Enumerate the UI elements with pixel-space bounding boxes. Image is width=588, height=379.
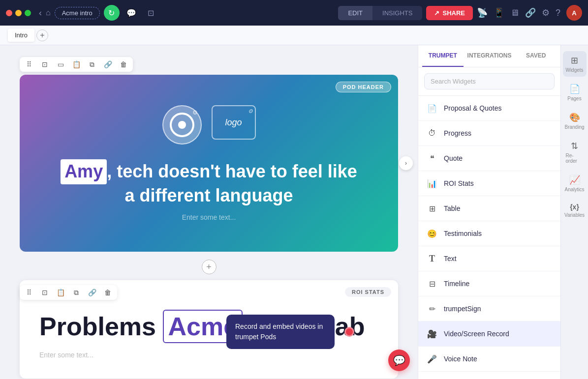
desktop-icon[interactable]: 🖥	[510, 8, 519, 18]
widget-trumpet-sign[interactable]: ✏ trumpetSign	[418, 296, 560, 321]
canvas-area: ⠿ ⊡ ▭ 📋 ⧉ 🔗 🗑 POD HEADER ⚙ ⚙	[0, 45, 418, 379]
drag-icon[interactable]: ⠿	[24, 59, 34, 70]
add-circle-icon[interactable]: +	[202, 260, 217, 274]
widgets-nav-icon: ⊞	[571, 55, 578, 66]
layout-icon[interactable]: ⊡	[39, 59, 50, 70]
logo-circle-inner	[170, 113, 194, 137]
right-nav: ⊞ Widgets 📄 Pages 🎨 Branding ⇅ Re-order …	[560, 45, 588, 379]
trumpet-sign-icon: ✏	[426, 303, 438, 315]
widget-proposal[interactable]: 📄 Proposal & Quotes	[418, 96, 560, 121]
video-tooltip: Record and embed videos in trumpet Pods	[226, 315, 335, 349]
logo-box: ⚙ logo	[212, 105, 256, 140]
add-block-button-1[interactable]: +	[20, 256, 398, 278]
branding-nav-icon: 🎨	[569, 112, 580, 123]
close-button[interactable]	[6, 10, 12, 16]
hero-title: Amy, tech doesn't have to feel like	[61, 159, 357, 184]
right-nav-pages[interactable]: 📄 Pages	[563, 80, 587, 105]
right-chevron[interactable]: ›	[399, 156, 413, 170]
pod-header-badge: POD HEADER	[336, 82, 391, 92]
gear-icon: ⚙	[192, 109, 198, 116]
hero-pod-wrapper: ⠿ ⊡ ▭ 📋 ⧉ 🔗 🗑 POD HEADER ⚙ ⚙	[20, 75, 398, 252]
radio-icon[interactable]: 📡	[477, 7, 488, 18]
hero-name-highlight: Amy	[61, 159, 107, 184]
main-area: ⠿ ⊡ ▭ 📋 ⧉ 🔗 🗑 POD HEADER ⚙ ⚙	[0, 45, 588, 379]
duplicate-icon-2[interactable]: ⧉	[71, 287, 82, 298]
right-nav-reorder[interactable]: ⇅ Re-order	[563, 137, 587, 168]
text-icon: T	[426, 253, 438, 264]
help-icon[interactable]: ?	[556, 8, 560, 18]
widget-quote[interactable]: ❝ Quote	[418, 146, 560, 171]
video-icon: 🎥	[426, 328, 438, 340]
pod-toolbar-1: ⠿ ⊡ ▭ 📋 ⧉ 🔗 🗑	[20, 57, 133, 72]
hero-enter-text[interactable]: Enter some text...	[182, 213, 236, 221]
link-icon-2[interactable]: 🔗	[87, 287, 97, 298]
quote-icon: ❝	[426, 152, 438, 164]
tab-intro[interactable]: Intro	[8, 29, 34, 42]
square-button[interactable]: ⊡	[143, 5, 159, 21]
copy-icon-2[interactable]: 📋	[55, 287, 66, 298]
avatar[interactable]: A	[566, 5, 582, 21]
minimize-button[interactable]	[15, 10, 22, 16]
roi-pod-wrapper: ⠿ ⊡ 📋 ⧉ 🔗 🗑 ROI STATS Problems Acme is p…	[20, 280, 398, 379]
hero-pod: POD HEADER ⚙ ⚙ logo Amy, tech doesn't ha…	[20, 75, 398, 252]
refresh-button[interactable]: ↻	[104, 5, 120, 21]
maximize-button[interactable]	[25, 10, 31, 16]
edit-insights-group: EDIT INSIGHTS	[338, 6, 422, 20]
sidebar-tabs: TRUMPET INTEGRATIONS SAVED	[418, 45, 560, 67]
widget-list: 📄 Proposal & Quotes ⏱ Progress ❝ Quote 📊…	[418, 96, 560, 379]
delete-icon[interactable]: 🗑	[118, 59, 129, 70]
add-tab-button[interactable]: +	[36, 29, 48, 41]
search-box	[418, 67, 560, 96]
pages-nav-icon: 📄	[569, 84, 580, 94]
hero-title-2: a different language	[61, 184, 357, 207]
table-icon: ⊞	[426, 203, 438, 214]
roi-icon: 📊	[426, 177, 438, 189]
testimonials-icon: 😊	[426, 228, 438, 239]
tab-trumpet[interactable]: TRUMPET	[422, 45, 464, 67]
chat-button[interactable]: 💬	[124, 5, 139, 21]
insights-button[interactable]: INSIGHTS	[372, 6, 422, 20]
widget-timeline[interactable]: ⊟ Timeline	[418, 271, 560, 296]
right-nav-analytics[interactable]: 📈 Analytics	[563, 171, 587, 196]
right-nav-variables[interactable]: {x} Variables	[563, 199, 587, 222]
widget-roi[interactable]: 📊 ROI Stats	[418, 171, 560, 196]
search-input[interactable]	[424, 73, 555, 89]
roi-badge: ROI STATS	[345, 287, 391, 297]
chat-bubble[interactable]: 💬	[388, 350, 410, 371]
widget-testimonials[interactable]: 😊 Testimonials	[418, 221, 560, 246]
link-icon[interactable]: 🔗	[525, 7, 536, 18]
widget-table[interactable]: ⊞ Table	[418, 196, 560, 221]
reorder-nav-icon: ⇅	[571, 141, 578, 151]
right-nav-branding[interactable]: 🎨 Branding	[563, 108, 587, 134]
share-icon: ↗	[434, 9, 439, 17]
home-icon[interactable]: ⌂	[46, 8, 51, 17]
mobile-icon[interactable]: 📱	[494, 7, 504, 18]
widget-voice[interactable]: 🎤 Voice Note	[418, 347, 560, 372]
widget-text[interactable]: T Text	[418, 246, 560, 271]
tab-saved[interactable]: SAVED	[515, 45, 557, 67]
breadcrumb[interactable]: Acme intro	[55, 7, 100, 19]
analytics-nav-icon: 📈	[569, 175, 580, 185]
edit-button[interactable]: EDIT	[338, 6, 372, 20]
traffic-lights	[6, 10, 31, 16]
roi-enter-text[interactable]: Enter some text...	[39, 351, 378, 359]
duplicate-icon[interactable]: ⧉	[87, 59, 97, 70]
crop-icon[interactable]: ▭	[55, 59, 66, 70]
settings-icon[interactable]: ⚙	[542, 7, 550, 18]
tab-integrations[interactable]: INTEGRATIONS	[464, 45, 516, 67]
right-nav-widgets[interactable]: ⊞ Widgets	[563, 51, 587, 77]
voice-icon: 🎤	[426, 353, 438, 365]
back-icon[interactable]: ‹	[39, 8, 42, 18]
layout-icon-2[interactable]: ⊡	[39, 287, 50, 298]
progress-icon: ⏱	[426, 127, 438, 139]
widget-video[interactable]: 🎥 Video/Screen Record	[418, 321, 560, 347]
link-icon[interactable]: 🔗	[102, 59, 113, 70]
timeline-icon: ⊟	[426, 278, 438, 290]
top-icons: 📡 📱 🖥 🔗 ⚙ ? A	[477, 5, 582, 21]
delete-icon-2[interactable]: 🗑	[102, 287, 113, 298]
proposal-icon: 📄	[426, 102, 438, 114]
share-button[interactable]: ↗ SHARE	[426, 6, 473, 20]
copy-icon[interactable]: 📋	[71, 59, 82, 70]
drag-icon-2[interactable]: ⠿	[24, 287, 34, 298]
widget-progress[interactable]: ⏱ Progress	[418, 121, 560, 146]
